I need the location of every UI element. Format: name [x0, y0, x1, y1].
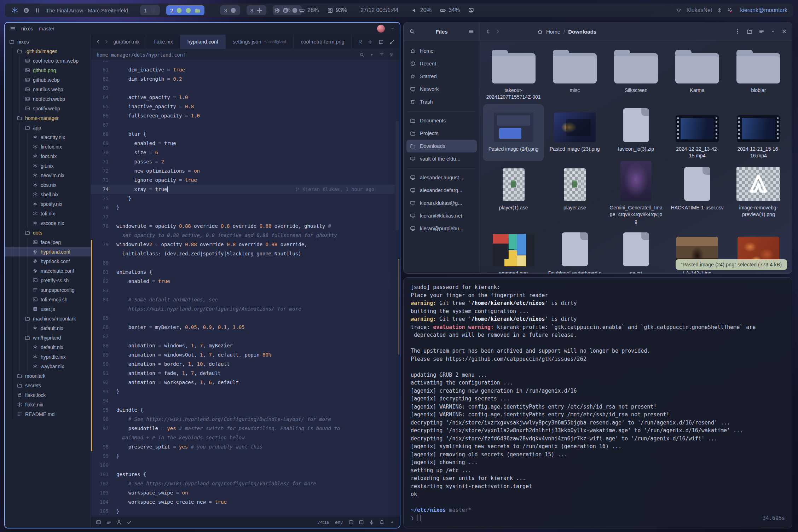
code-line-64[interactable]: 64 active_opacity = 1.0: [91, 93, 395, 102]
tree-item-firefox.nix[interactable]: firefox.nix: [5, 142, 91, 151]
tree-item-git.nix[interactable]: git.nix: [5, 161, 91, 170]
new-folder-icon[interactable]: [747, 29, 752, 34]
sidebar-item-recent[interactable]: Recent: [406, 57, 477, 70]
tree-item-user.js[interactable]: user.js: [5, 304, 91, 314]
assistant-icon[interactable]: [369, 52, 374, 57]
tab-settings.json[interactable]: settings.json~/.config/zed: [226, 35, 294, 49]
code-line-96[interactable]: 96 # See https://wiki.hyprland.org/Confi…: [91, 415, 395, 424]
tree-item-face.jpeg[interactable]: face.jpeg: [5, 237, 91, 247]
zoom-pane-icon[interactable]: [389, 39, 395, 45]
tree-item-foot.nix[interactable]: foot.nix: [5, 151, 91, 161]
code-line-99[interactable]: 99}: [91, 451, 395, 461]
code-line-93[interactable]: 93}: [91, 387, 395, 396]
tree-item-secrets[interactable]: secrets: [5, 381, 91, 390]
collab-panel-icon[interactable]: [116, 520, 122, 525]
tree-item-github.webp[interactable]: github.webp: [5, 75, 91, 85]
nav-forward-icon[interactable]: [495, 29, 501, 34]
assistant-panel-icon[interactable]: [389, 520, 395, 525]
code-line-102[interactable]: 102 # See https://wiki.hyprland.org/Conf…: [91, 479, 395, 488]
file-item-misc[interactable]: misc: [544, 45, 605, 103]
bottom-dock-icon[interactable]: [348, 520, 354, 525]
file-item-player.ase[interactable]: player.ase: [544, 163, 605, 227]
workspace-8[interactable]: 8: [247, 5, 266, 15]
tree-item-prettify-ss.sh[interactable]: prettify-ss.sh: [5, 276, 91, 285]
code-editor[interactable]: 6061 dim_inactive = true62 dim_strength …: [91, 61, 400, 516]
pause-icon[interactable]: [34, 7, 40, 13]
code-line-69[interactable]: 69 enabled = true: [91, 139, 395, 148]
sidebar-item-network[interactable]: Network: [406, 83, 477, 96]
tree-item-.github/images[interactable]: .github/images: [5, 46, 91, 56]
code-line-73[interactable]: 73 ignore_opacity = true: [91, 175, 395, 185]
code-line-wrap[interactable]: mainMod + P in the keybinds section belo…: [91, 433, 395, 442]
bluetooth-icon[interactable]: [717, 7, 722, 13]
tab-flake.nix[interactable]: flake.nix: [147, 35, 180, 49]
tree-item-tofi.nix[interactable]: tofi.nix: [5, 209, 91, 218]
file-item-Silkscreen[interactable]: Silkscreen: [605, 45, 666, 103]
split-pane-icon[interactable]: [378, 39, 384, 45]
screenshare-off-icon[interactable]: [468, 7, 474, 13]
code-line-91[interactable]: 91 animation = fade, 1, 7, default: [91, 369, 395, 378]
chevron-down-icon[interactable]: [391, 26, 395, 31]
file-item-blobjar[interactable]: blobjar: [728, 45, 789, 103]
code-line-62[interactable]: 62 dim_strength = 0.2: [91, 74, 395, 83]
code-line-77[interactable]: 77: [91, 212, 395, 221]
file-item-Pasted image (24).png[interactable]: Pasted image (24).png: [483, 104, 544, 161]
path-home[interactable]: Home: [546, 29, 560, 35]
file-item-DoubloonLeaderboard.csv[interactable]: DoubloonLeaderboard.csv: [544, 228, 605, 273]
code-line-83[interactable]: 83: [91, 286, 395, 295]
new-tab-icon[interactable]: [368, 39, 373, 45]
file-item-player(1).ase[interactable]: player(1).ase: [483, 163, 544, 227]
tree-item-default.nix[interactable]: default.nix: [5, 342, 91, 352]
code-line-88[interactable]: 88 animation = windows, 1, 7, myBezier: [91, 341, 395, 350]
tree-item-dots[interactable]: dots: [5, 228, 91, 237]
list-view-icon[interactable]: [759, 29, 764, 34]
tree-item-nixos[interactable]: nixos: [5, 37, 91, 46]
code-line-61[interactable]: 61 dim_inactive = true: [91, 65, 395, 74]
project-name[interactable]: nixos: [21, 26, 33, 31]
code-line-71[interactable]: 71 passes = 2: [91, 157, 395, 166]
tree-item-vscode.nix[interactable]: vscode.nix: [5, 218, 91, 228]
tree-item-hyprland.conf[interactable]: hyprland.conf: [5, 247, 91, 256]
code-line-85[interactable]: 85: [91, 313, 395, 323]
nixos-logo-icon[interactable]: [11, 7, 18, 14]
code-line-80[interactable]: 80: [91, 258, 395, 267]
path-current[interactable]: Downloads: [568, 29, 596, 35]
file-item-wrapped.png[interactable]: wrapped.png: [483, 228, 544, 273]
kebab-menu-icon[interactable]: [735, 29, 740, 34]
selection-icon[interactable]: [379, 52, 384, 57]
tray-app-icon[interactable]: [727, 7, 733, 13]
workspace-3[interactable]: 3: [220, 5, 240, 15]
code-line-81[interactable]: 81animations {: [91, 267, 395, 277]
file-item-takeout-20241207T155714Z-001[interactable]: takeout-20241207T155714Z-001: [483, 45, 544, 103]
terminal-window[interactable]: [sudo] password for kierank:Place your f…: [403, 277, 792, 528]
code-line-60[interactable]: 60: [91, 61, 395, 65]
code-line-wrap[interactable]: https://wiki.hyprland.org/Configuring/An…: [91, 304, 395, 313]
spotify-icon[interactable]: [23, 7, 29, 13]
diagnostics-ok-icon[interactable]: [127, 520, 132, 525]
file-item-2024-12-21_15-16-16.mp4[interactable]: 2024-12-21_15-16-16.mp4: [728, 104, 789, 161]
code-line-89[interactable]: 89 animation = windowsOut, 1, 7, default…: [91, 350, 395, 359]
sidebar-item-home[interactable]: Home: [406, 45, 477, 57]
file-item-2024-12-22_13-42-15.mp4[interactable]: 2024-12-22_13-42-15.mp4: [667, 104, 728, 161]
workspace-1[interactable]: 1: [140, 5, 160, 15]
volume-stat[interactable]: 20%: [412, 7, 432, 13]
view-options-icon[interactable]: [771, 29, 775, 34]
code-line-104[interactable]: 104 workspace_swipe_create_new = true: [91, 497, 395, 507]
code-line-87[interactable]: 87: [91, 332, 395, 341]
network-name[interactable]: KlukasNet: [686, 7, 712, 13]
tree-item-wm/hyprland[interactable]: wm/hyprland: [5, 333, 91, 342]
code-line-74[interactable]: 74 xray = trueKieran Klukas, 1 hour ago: [91, 185, 395, 194]
tree-item-shell.nix[interactable]: shell.nix: [5, 190, 91, 199]
editor-settings-icon[interactable]: [389, 52, 394, 57]
code-line-66[interactable]: 66 fullscreen_opacity = 1.0: [91, 111, 395, 120]
tree-item-home-manager[interactable]: home-manager: [5, 113, 91, 123]
sidebar-item-kieran-purplebu-[interactable]: kieran@purplebu...: [406, 222, 477, 235]
code-line-79[interactable]: 79windowrulev2 = opacity 0.88 override 0…: [91, 240, 395, 249]
forward-icon[interactable]: [104, 39, 109, 44]
mic-icon[interactable]: [369, 520, 374, 525]
back-icon[interactable]: [96, 39, 100, 44]
file-item-Pasted image (23).png[interactable]: Pasted image (23).png: [544, 104, 605, 161]
overflow-tab-button[interactable]: R: [358, 39, 362, 45]
tree-item-tofi-emoji.sh[interactable]: tofi-emoji.sh: [5, 295, 91, 304]
tree-item-neofetch.webp[interactable]: neofetch.webp: [5, 94, 91, 104]
